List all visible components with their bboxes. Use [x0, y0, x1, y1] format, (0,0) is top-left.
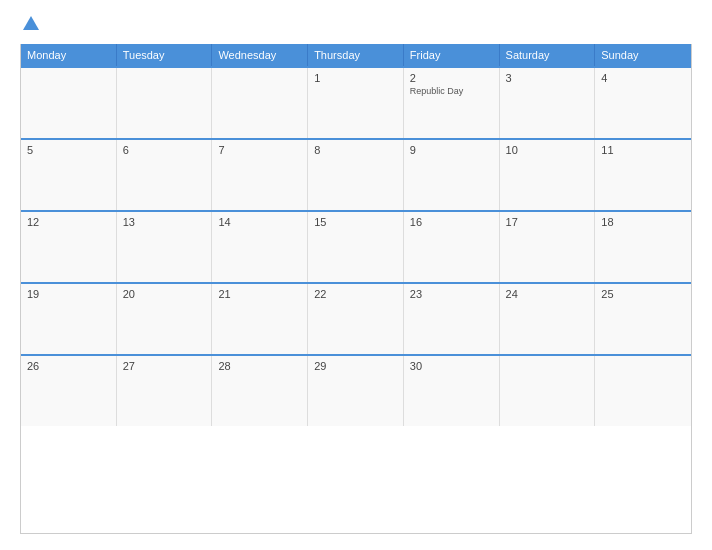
day-cell: [212, 68, 308, 138]
day-number: 27: [123, 360, 206, 372]
week-row-4: 19202122232425: [21, 282, 691, 354]
day-number: 19: [27, 288, 110, 300]
logo-triangle-icon: [23, 16, 39, 30]
day-cell: 16: [404, 212, 500, 282]
day-cell: 19: [21, 284, 117, 354]
day-number: 2: [410, 72, 493, 84]
day-number: 23: [410, 288, 493, 300]
day-header-monday: Monday: [21, 44, 117, 66]
day-header-thursday: Thursday: [308, 44, 404, 66]
day-cell: 7: [212, 140, 308, 210]
day-number: 8: [314, 144, 397, 156]
day-cell: 18: [595, 212, 691, 282]
day-cell: 1: [308, 68, 404, 138]
day-number: 10: [506, 144, 589, 156]
day-cell: 24: [500, 284, 596, 354]
page: MondayTuesdayWednesdayThursdayFridaySatu…: [0, 0, 712, 550]
day-number: 22: [314, 288, 397, 300]
calendar-weeks: 12Republic Day34567891011121314151617181…: [21, 66, 691, 426]
day-number: 7: [218, 144, 301, 156]
day-number: 21: [218, 288, 301, 300]
day-cell: 4: [595, 68, 691, 138]
day-cell: [595, 356, 691, 426]
day-cell: 29: [308, 356, 404, 426]
day-header-saturday: Saturday: [500, 44, 596, 66]
day-cell: 15: [308, 212, 404, 282]
day-number: 18: [601, 216, 685, 228]
day-number: 4: [601, 72, 685, 84]
day-header-sunday: Sunday: [595, 44, 691, 66]
day-cell: 30: [404, 356, 500, 426]
day-cell: 20: [117, 284, 213, 354]
day-cell: 23: [404, 284, 500, 354]
day-cell: 25: [595, 284, 691, 354]
day-number: 1: [314, 72, 397, 84]
day-cell: 22: [308, 284, 404, 354]
day-number: 24: [506, 288, 589, 300]
day-cell: 27: [117, 356, 213, 426]
day-number: 3: [506, 72, 589, 84]
day-number: 15: [314, 216, 397, 228]
day-number: 11: [601, 144, 685, 156]
day-number: 17: [506, 216, 589, 228]
days-header-row: MondayTuesdayWednesdayThursdayFridaySatu…: [21, 44, 691, 66]
logo: [20, 16, 39, 34]
day-header-friday: Friday: [404, 44, 500, 66]
header: [20, 16, 692, 34]
day-cell: 9: [404, 140, 500, 210]
week-row-2: 567891011: [21, 138, 691, 210]
day-number: 14: [218, 216, 301, 228]
day-cell: 11: [595, 140, 691, 210]
day-cell: [500, 356, 596, 426]
day-cell: 5: [21, 140, 117, 210]
day-number: 16: [410, 216, 493, 228]
day-cell: 2Republic Day: [404, 68, 500, 138]
day-cell: 3: [500, 68, 596, 138]
day-cell: 14: [212, 212, 308, 282]
day-cell: 28: [212, 356, 308, 426]
day-cell: 10: [500, 140, 596, 210]
day-number: 30: [410, 360, 493, 372]
day-number: 12: [27, 216, 110, 228]
day-number: 5: [27, 144, 110, 156]
day-number: 13: [123, 216, 206, 228]
week-row-5: 2627282930: [21, 354, 691, 426]
day-cell: 17: [500, 212, 596, 282]
holiday-label: Republic Day: [410, 86, 493, 96]
calendar: MondayTuesdayWednesdayThursdayFridaySatu…: [20, 44, 692, 534]
day-cell: 6: [117, 140, 213, 210]
day-cell: [117, 68, 213, 138]
day-cell: 13: [117, 212, 213, 282]
day-number: 28: [218, 360, 301, 372]
day-number: 29: [314, 360, 397, 372]
day-number: 6: [123, 144, 206, 156]
day-number: 20: [123, 288, 206, 300]
day-cell: 12: [21, 212, 117, 282]
day-header-wednesday: Wednesday: [212, 44, 308, 66]
day-cell: 26: [21, 356, 117, 426]
day-header-tuesday: Tuesday: [117, 44, 213, 66]
day-cell: 8: [308, 140, 404, 210]
day-number: 26: [27, 360, 110, 372]
day-cell: 21: [212, 284, 308, 354]
day-number: 9: [410, 144, 493, 156]
week-row-3: 12131415161718: [21, 210, 691, 282]
week-row-1: 12Republic Day34: [21, 66, 691, 138]
day-cell: [21, 68, 117, 138]
day-number: 25: [601, 288, 685, 300]
